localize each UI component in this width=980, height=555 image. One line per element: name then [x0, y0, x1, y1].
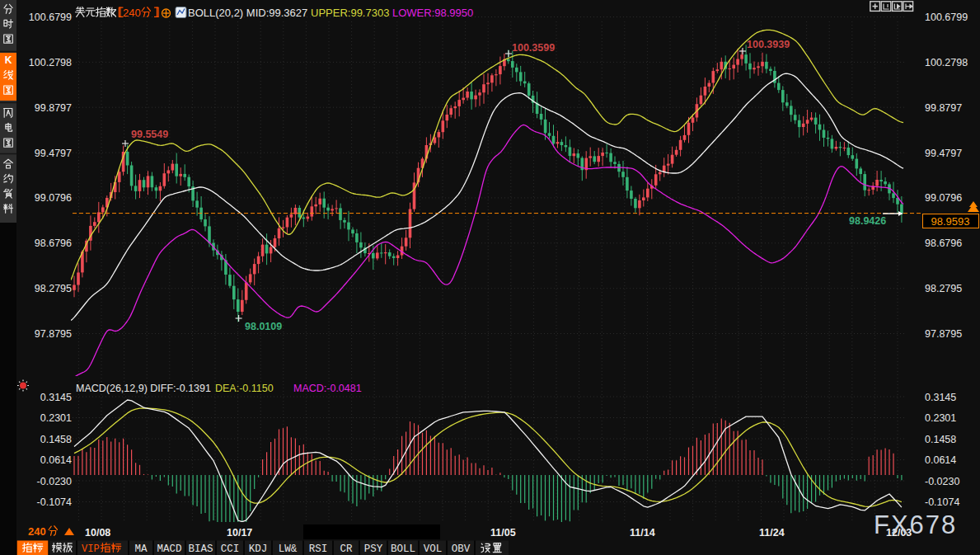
svg-text:LOWER:98.9950: LOWER:98.9950 — [392, 7, 473, 19]
svg-text:CCI: CCI — [221, 543, 240, 555]
svg-text:RSI: RSI — [309, 543, 328, 555]
svg-text:K: K — [5, 54, 12, 66]
svg-text:99.4797: 99.4797 — [925, 148, 962, 159]
svg-text:OBV: OBV — [452, 543, 471, 555]
svg-text:-0.1074: -0.1074 — [925, 496, 959, 508]
svg-text:100.2798: 100.2798 — [925, 57, 968, 68]
svg-text:10/08: 10/08 — [85, 527, 110, 539]
svg-text:11/24: 11/24 — [759, 527, 785, 539]
svg-text:BOLL: BOLL — [391, 543, 415, 555]
svg-text:0.3145: 0.3145 — [40, 392, 72, 403]
svg-text:11/14: 11/14 — [630, 527, 655, 539]
svg-text:VIP: VIP — [82, 543, 100, 555]
svg-text:100.2798: 100.2798 — [29, 57, 72, 68]
svg-text:98.9593: 98.9593 — [931, 215, 970, 228]
svg-text:98.2795: 98.2795 — [35, 283, 72, 294]
svg-text:MA: MA — [134, 543, 148, 555]
svg-text:-0.0230: -0.0230 — [37, 476, 72, 487]
svg-text:MACD(26,12,9) DIFF:-0.1391: MACD(26,12,9) DIFF:-0.1391 — [76, 383, 211, 394]
svg-text:99.8797: 99.8797 — [925, 102, 962, 114]
svg-text:99.5549: 99.5549 — [131, 129, 168, 140]
svg-text:KDJ: KDJ — [249, 543, 268, 555]
svg-text:-0.1074: -0.1074 — [37, 496, 72, 508]
svg-text:98.9426: 98.9426 — [849, 215, 886, 227]
svg-text:99.8797: 99.8797 — [35, 102, 72, 114]
svg-text:LW&: LW& — [279, 543, 298, 555]
svg-text:98.2795: 98.2795 — [925, 283, 962, 294]
svg-text:0.0614: 0.0614 — [40, 454, 72, 466]
svg-text:10/17: 10/17 — [227, 527, 252, 539]
svg-text:99.4797: 99.4797 — [35, 148, 72, 159]
svg-text:0.0614: 0.0614 — [925, 454, 956, 466]
svg-text:FX678: FX678 — [874, 510, 957, 539]
svg-text:240: 240 — [28, 525, 46, 538]
svg-text:0.1458: 0.1458 — [40, 434, 72, 445]
svg-text:0.2301: 0.2301 — [925, 412, 956, 424]
svg-text:BIAS: BIAS — [188, 543, 213, 555]
svg-text:0.2301: 0.2301 — [40, 412, 72, 424]
svg-text:99.0796: 99.0796 — [35, 192, 72, 204]
svg-text:MACD:-0.0481: MACD:-0.0481 — [293, 383, 362, 394]
svg-text:BOLL(20,2) MID:99.3627: BOLL(20,2) MID:99.3627 — [188, 7, 307, 19]
svg-text:MACD: MACD — [157, 543, 181, 555]
svg-text:99.0796: 99.0796 — [925, 192, 962, 204]
svg-text:-0.0230: -0.0230 — [925, 476, 959, 487]
svg-text:CR: CR — [340, 543, 353, 555]
svg-text:98.0109: 98.0109 — [245, 321, 282, 332]
svg-text:0.3145: 0.3145 — [925, 392, 956, 403]
svg-text:PSY: PSY — [364, 543, 383, 555]
svg-text:240: 240 — [123, 7, 141, 19]
svg-text:DEA:-0.1150: DEA:-0.1150 — [215, 383, 274, 394]
svg-text:VOL: VOL — [424, 543, 443, 555]
svg-text:98.6796: 98.6796 — [35, 238, 72, 249]
svg-text:97.8795: 97.8795 — [925, 328, 962, 340]
svg-text:0.1458: 0.1458 — [925, 434, 956, 445]
svg-text:UPPER:99.7303: UPPER:99.7303 — [311, 7, 389, 19]
svg-text:11/05: 11/05 — [490, 527, 516, 539]
svg-text:100.3939: 100.3939 — [747, 39, 790, 50]
svg-text:97.8795: 97.8795 — [35, 328, 72, 340]
svg-text:100.3599: 100.3599 — [512, 42, 555, 54]
svg-text:98.6796: 98.6796 — [925, 238, 962, 249]
svg-text:100.6799: 100.6799 — [925, 12, 968, 23]
svg-text:100.6799: 100.6799 — [29, 12, 72, 23]
